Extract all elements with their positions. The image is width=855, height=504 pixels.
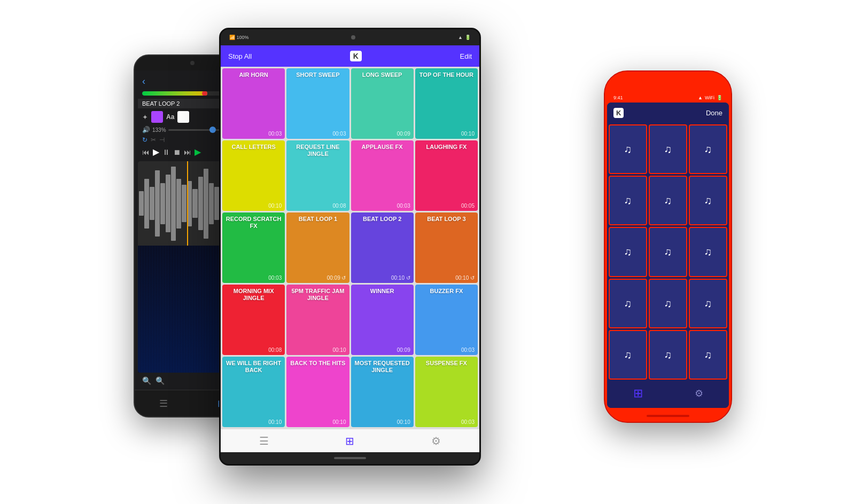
tablet-grid-cell[interactable]: RECORD SCRATCH FX 00:03 bbox=[222, 212, 285, 283]
music-note-icon: ♫ bbox=[664, 194, 672, 207]
iphone-time: 9:41 bbox=[613, 95, 623, 100]
cell-name: BEAT LOOP 3 bbox=[418, 216, 475, 223]
zoom-in-button[interactable]: 🔍 bbox=[142, 376, 151, 385]
tablet-grid-cell[interactable]: BEAT LOOP 3 00:10 ↺ bbox=[415, 212, 478, 283]
tablet-logo: K bbox=[350, 51, 362, 61]
tablet-grid-cell[interactable]: TOP OF THE HOUR 00:10 bbox=[415, 68, 478, 139]
iphone-grid-cell[interactable]: ♫ bbox=[649, 176, 687, 225]
iphone-wifi-icon: WiFi bbox=[705, 95, 714, 100]
loop-icon[interactable]: ↻ bbox=[142, 136, 147, 144]
iphone-settings-tab[interactable]: ⚙ bbox=[695, 388, 703, 399]
iphone-grid-cell[interactable]: ♫ bbox=[689, 279, 727, 328]
tablet-wifi: 📶 100% bbox=[229, 35, 249, 40]
tablet-grid-cell[interactable]: LONG SWEEP 00:09 bbox=[351, 68, 414, 139]
waveform-bar bbox=[139, 191, 144, 216]
play-button[interactable]: ▶ bbox=[153, 147, 159, 157]
tablet-grid-cell[interactable]: LAUGHING FX 00:05 bbox=[415, 140, 478, 211]
iphone-screen: K Done ♫♫♫♫♫♫♫♫♫♫♫♫♫♫♫ ⊞ ⚙ bbox=[607, 103, 729, 408]
tablet-grid-cell[interactable]: 5PM TRAFFIC JAM JINGLE 00:10 bbox=[286, 285, 349, 355]
tablet-grid-cell[interactable]: CALL LETTERS 00:10 bbox=[222, 140, 285, 211]
progress-fill bbox=[142, 91, 207, 96]
color-swatch-purple[interactable] bbox=[151, 111, 163, 123]
next-button[interactable]: ⏭ bbox=[184, 148, 191, 156]
cell-name: BEAT LOOP 2 bbox=[354, 216, 410, 223]
volume-label: 133% bbox=[152, 127, 166, 133]
cell-time: 00:03 bbox=[418, 419, 475, 425]
cell-time: 00:10 ↺ bbox=[354, 275, 410, 281]
cell-name: LONG SWEEP bbox=[354, 72, 410, 78]
iphone-grid-cell[interactable]: ♫ bbox=[649, 330, 687, 380]
tablet-bottom-nav: ☰ ⊞ ⚙ bbox=[221, 429, 479, 452]
tablet-grid-cell[interactable]: MOST REQUESTED JINGLE 00:10 bbox=[351, 357, 414, 427]
list-tab-icon[interactable]: ☰ bbox=[259, 435, 269, 447]
stop-all-button[interactable]: Stop All bbox=[228, 52, 252, 60]
tablet-header: Stop All K Edit bbox=[221, 45, 479, 67]
cell-name: BACK TO THE HITS bbox=[290, 360, 346, 367]
volume-icon: 🔊 bbox=[142, 126, 150, 133]
settings-tab-icon[interactable]: ⚙ bbox=[431, 435, 441, 447]
zoom-out-button[interactable]: 🔍 bbox=[156, 376, 165, 385]
music-note-icon: ♫ bbox=[624, 143, 632, 155]
cell-name: AIR HORN bbox=[226, 72, 282, 78]
cell-time: 00:03 bbox=[290, 131, 346, 137]
cut-icon[interactable]: ✂ bbox=[151, 136, 156, 144]
cell-time: 00:03 bbox=[226, 275, 282, 281]
iphone-grid-cell[interactable]: ♫ bbox=[689, 176, 727, 225]
iphone-grid-cell[interactable]: ♫ bbox=[609, 279, 647, 328]
tablet-grid-cell[interactable]: BEAT LOOP 2 00:10 ↺ bbox=[351, 212, 414, 283]
cell-time: 00:05 bbox=[418, 203, 475, 209]
iphone-notch-area bbox=[605, 72, 731, 93]
music-note-icon: ♫ bbox=[624, 246, 632, 258]
iphone-grid-cell[interactable]: ♫ bbox=[609, 227, 647, 277]
stop-button[interactable]: ⏹ bbox=[173, 148, 181, 156]
tablet-grid-cell[interactable]: AIR HORN 00:03 bbox=[222, 68, 285, 139]
iphone-done-button[interactable]: Done bbox=[706, 109, 722, 117]
tablet-grid-cell[interactable]: SUSPENSE FX 00:03 bbox=[415, 357, 478, 427]
scene: ‹ BEAT LOOP 2 ✦ Aa 🔊 133% bbox=[107, 22, 748, 482]
iphone-grid-cell[interactable]: ♫ bbox=[609, 176, 647, 225]
grid-tab-icon[interactable]: ⊞ bbox=[345, 435, 354, 447]
iphone-home-pill bbox=[647, 415, 689, 417]
cell-name: TOP OF THE HOUR bbox=[418, 72, 475, 78]
iphone-grid-cell[interactable]: ♫ bbox=[689, 227, 727, 277]
iphone-grid-cell[interactable]: ♫ bbox=[689, 124, 727, 174]
tablet-grid-cell[interactable]: APPLAUSE FX 00:03 bbox=[351, 140, 414, 211]
text-style-icon[interactable]: Aa bbox=[166, 113, 174, 121]
tablet-grid-cell[interactable]: WE WILL BE RIGHT BACK 00:10 bbox=[222, 357, 285, 427]
music-note-icon: ♫ bbox=[704, 246, 712, 258]
tablet-grid-cell[interactable]: REQUEST LINE JINGLE 00:08 bbox=[286, 140, 349, 211]
prev-button[interactable]: ⏮ bbox=[142, 148, 150, 156]
iphone-grid: ♫♫♫♫♫♫♫♫♫♫♫♫♫♫♫ bbox=[607, 123, 729, 381]
center-tablet: 📶 100% ▲ 🔋 Stop All K Edit AIR HORN 00:0… bbox=[219, 28, 481, 466]
skip-icon[interactable]: ⊣ bbox=[159, 136, 165, 144]
iphone-grid-cell[interactable]: ♫ bbox=[649, 279, 687, 328]
pause-button[interactable]: ⏸ bbox=[162, 148, 170, 156]
tablet-grid-cell[interactable]: BUZZER FX 00:03 bbox=[415, 285, 478, 355]
iphone-logo: K bbox=[613, 108, 624, 118]
tablet-grid-cell[interactable]: SHORT SWEEP 00:03 bbox=[286, 68, 349, 139]
iphone-notch bbox=[641, 72, 695, 86]
edit-button[interactable]: Edit bbox=[460, 52, 472, 60]
brush-icon[interactable]: ✦ bbox=[142, 113, 148, 121]
waveform-bar bbox=[150, 187, 154, 220]
play-green-button[interactable]: ▶ bbox=[195, 147, 201, 157]
tablet-grid-cell[interactable]: BACK TO THE HITS 00:10 bbox=[286, 357, 349, 427]
color-swatch-white[interactable] bbox=[177, 111, 189, 123]
waveform-bar bbox=[155, 170, 160, 237]
iphone-grid-cell[interactable]: ♫ bbox=[609, 330, 647, 380]
list-nav-icon[interactable]: ☰ bbox=[159, 398, 168, 410]
cell-time: 00:10 bbox=[290, 347, 346, 353]
iphone-grid-cell[interactable]: ♫ bbox=[689, 330, 727, 380]
iphone-grid-cell[interactable]: ♫ bbox=[649, 227, 687, 277]
music-note-icon: ♫ bbox=[664, 297, 672, 310]
cell-time: 00:03 bbox=[226, 131, 282, 137]
iphone-grid-cell[interactable]: ♫ bbox=[609, 124, 647, 174]
music-note-icon: ♫ bbox=[664, 143, 672, 155]
tablet-grid-cell[interactable]: BEAT LOOP 1 00:09 ↺ bbox=[286, 212, 349, 283]
tablet-grid-cell[interactable]: MORNING MIX JINGLE 00:08 bbox=[222, 285, 285, 355]
iphone-grid-tab[interactable]: ⊞ bbox=[633, 387, 643, 400]
iphone-grid-cell[interactable]: ♫ bbox=[649, 124, 687, 174]
tablet-grid-cell[interactable]: WINNER 00:09 bbox=[351, 285, 414, 355]
iphone-battery-icon: 🔋 bbox=[717, 95, 722, 100]
right-phone: 9:41 ▲ WiFi 🔋 K Done ♫♫♫♫♫♫♫♫♫♫♫♫♫♫♫ ⊞ ⚙ bbox=[604, 70, 732, 423]
